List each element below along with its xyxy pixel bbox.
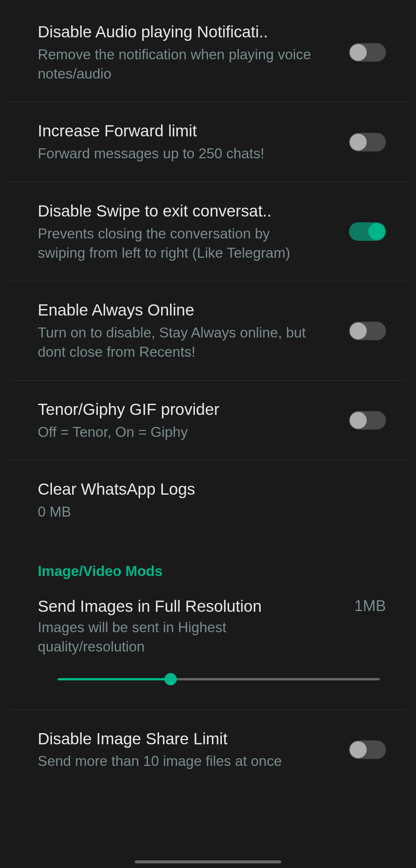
setting-image-resolution[interactable]: Send Images in Full Resolution Images wi… bbox=[10, 587, 406, 710]
setting-title: Disable Audio playing Notificati.. bbox=[38, 22, 315, 43]
setting-increase-forward-limit[interactable]: Increase Forward limit Forward messages … bbox=[10, 102, 406, 182]
image-resolution-slider[interactable] bbox=[58, 678, 380, 680]
setting-subtitle: Remove the notification when playing voi… bbox=[38, 45, 315, 84]
setting-subtitle: Off = Tenor, On = Giphy bbox=[38, 423, 315, 442]
toggle-disable-swipe-exit[interactable] bbox=[349, 222, 386, 241]
home-indicator bbox=[135, 860, 281, 863]
setting-title: Send Images in Full Resolution bbox=[38, 597, 354, 616]
setting-always-online[interactable]: Enable Always Online Turn on to disable,… bbox=[10, 281, 406, 380]
setting-clear-logs[interactable]: Clear WhatsApp Logs 0 MB bbox=[10, 460, 406, 540]
setting-title: Tenor/Giphy GIF provider bbox=[38, 399, 315, 420]
setting-title: Disable Image Share Limit bbox=[38, 729, 315, 750]
toggle-always-online[interactable] bbox=[349, 322, 386, 340]
section-header-image-video: Image/Video Mods bbox=[10, 540, 406, 587]
setting-title: Disable Swipe to exit conversat.. bbox=[38, 201, 315, 222]
setting-subtitle: 0 MB bbox=[38, 502, 315, 522]
setting-title: Clear WhatsApp Logs bbox=[38, 479, 315, 500]
setting-title: Increase Forward limit bbox=[38, 121, 315, 142]
toggle-gif-provider[interactable] bbox=[349, 411, 386, 430]
setting-disable-swipe-exit[interactable]: Disable Swipe to exit conversat.. Preven… bbox=[10, 182, 406, 281]
setting-image-share-limit[interactable]: Disable Image Share Limit Send more than… bbox=[10, 710, 406, 790]
setting-disable-audio-notification[interactable]: Disable Audio playing Notificati.. Remov… bbox=[10, 0, 406, 102]
slider-value: 1MB bbox=[354, 597, 386, 614]
slider-thumb[interactable] bbox=[164, 673, 177, 685]
toggle-disable-audio-notification[interactable] bbox=[349, 43, 386, 62]
setting-gif-provider[interactable]: Tenor/Giphy GIF provider Off = Tenor, On… bbox=[10, 381, 406, 461]
setting-subtitle: Turn on to disable, Stay Always online, … bbox=[38, 323, 315, 362]
setting-subtitle: Images will be sent in Highest quality/r… bbox=[38, 618, 315, 656]
setting-title: Enable Always Online bbox=[38, 300, 315, 321]
setting-subtitle: Prevents closing the conversation by swi… bbox=[38, 224, 315, 263]
toggle-image-share-limit[interactable] bbox=[349, 740, 386, 759]
setting-subtitle: Forward messages up to 250 chats! bbox=[38, 144, 315, 163]
toggle-increase-forward-limit[interactable] bbox=[349, 133, 386, 151]
setting-subtitle: Send more than 10 image files at once bbox=[38, 752, 315, 771]
